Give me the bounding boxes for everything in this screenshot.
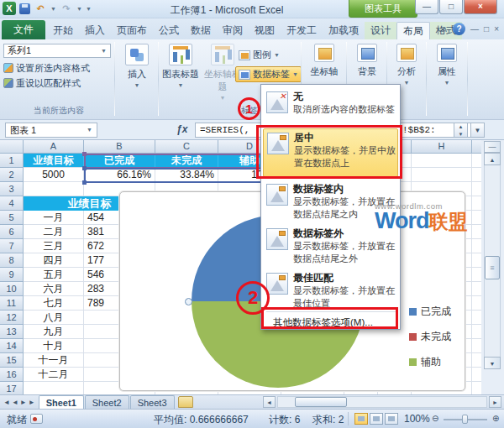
name-box[interactable]: 图表 1 ▼ bbox=[5, 123, 97, 138]
tab-data[interactable]: 数据 bbox=[185, 22, 217, 39]
cell[interactable] bbox=[472, 154, 481, 168]
cell[interactable]: 一月 bbox=[24, 211, 84, 225]
row-header[interactable]: 15 bbox=[0, 353, 24, 368]
vertical-scroll-track[interactable] bbox=[484, 165, 501, 357]
row-header[interactable]: 1 bbox=[0, 154, 24, 168]
legend-item[interactable]: 未完成 bbox=[409, 330, 451, 344]
data-labels-button[interactable]: 数据标签 ▼ bbox=[235, 66, 302, 82]
reset-to-match-style-button[interactable]: 重设以匹配样式 bbox=[3, 76, 81, 90]
formula-bar-spinner[interactable]: ▲▼ bbox=[454, 123, 468, 138]
tab-addins[interactable]: 加载项 bbox=[323, 22, 365, 39]
scroll-left-icon[interactable]: ◄ bbox=[263, 396, 276, 408]
tab-home[interactable]: 开始 bbox=[47, 22, 79, 39]
last-sheet-icon[interactable]: ► bbox=[29, 399, 35, 406]
vertical-scroll-thumb[interactable] bbox=[485, 256, 500, 279]
tab-formulas[interactable]: 公式 bbox=[153, 22, 185, 39]
row-header[interactable]: 10 bbox=[0, 282, 24, 296]
collapse-ribbon-icon[interactable]: ∧ bbox=[442, 23, 448, 35]
cell[interactable] bbox=[472, 182, 481, 196]
zoom-in-icon[interactable]: ⊕ bbox=[492, 415, 499, 423]
cell[interactable]: 四月 bbox=[24, 253, 84, 268]
legend-item[interactable]: 已完成 bbox=[409, 305, 451, 319]
cell[interactable] bbox=[472, 325, 481, 339]
tab-insert[interactable]: 插入 bbox=[79, 22, 111, 39]
chart-title-button[interactable]: 图表标题 ▼ bbox=[161, 44, 200, 88]
zoom-out-icon[interactable]: ⊖ bbox=[432, 415, 438, 423]
tab-developer[interactable]: 开发工 bbox=[281, 22, 323, 39]
sheet-tab-sheet2[interactable]: Sheet2 bbox=[85, 395, 129, 409]
insert-button[interactable]: 插入 ▼ bbox=[119, 44, 155, 88]
tab-file[interactable]: 文件 bbox=[2, 20, 45, 39]
sheet-tab-sheet1[interactable]: Sheet1 bbox=[39, 395, 84, 409]
row-header[interactable]: 6 bbox=[0, 225, 24, 239]
sheet-tab-sheet3[interactable]: Sheet3 bbox=[130, 395, 175, 409]
cell[interactable] bbox=[472, 253, 481, 268]
cell[interactable] bbox=[472, 239, 481, 253]
scroll-up-icon[interactable]: ▲ bbox=[484, 153, 501, 165]
customize-qat-icon[interactable]: ▼ bbox=[86, 6, 92, 12]
tab-review[interactable]: 审阅 bbox=[217, 22, 249, 39]
row-header[interactable]: 13 bbox=[0, 325, 24, 339]
legend-button[interactable]: 图例 ▼ bbox=[236, 48, 282, 62]
cell[interactable] bbox=[472, 382, 481, 394]
cell[interactable]: 三月 bbox=[24, 239, 84, 253]
column-header-a[interactable]: A bbox=[24, 140, 84, 154]
row-header[interactable]: 7 bbox=[0, 239, 24, 253]
row-header[interactable]: 9 bbox=[0, 268, 24, 282]
vertical-scrollbar[interactable]: — ▲ ▼ bbox=[483, 141, 501, 394]
row-header[interactable]: 3 bbox=[0, 182, 24, 196]
cell[interactable] bbox=[472, 168, 481, 182]
cell[interactable] bbox=[472, 225, 481, 239]
cell[interactable] bbox=[472, 353, 481, 368]
scroll-right-icon[interactable]: ► bbox=[489, 396, 501, 408]
column-header-c[interactable]: C bbox=[155, 140, 218, 154]
save-icon[interactable] bbox=[19, 3, 30, 14]
doc-close-icon[interactable]: × bbox=[494, 23, 499, 35]
expand-formula-bar-icon[interactable]: ▼ bbox=[470, 123, 485, 138]
row-header[interactable]: 5 bbox=[0, 211, 24, 225]
zoom-slider-thumb[interactable] bbox=[462, 415, 468, 424]
column-header-b[interactable]: B bbox=[84, 140, 155, 154]
page-break-view-icon[interactable] bbox=[385, 413, 398, 425]
axes-button[interactable]: 坐标轴 bbox=[304, 44, 344, 78]
macro-record-icon[interactable] bbox=[30, 414, 43, 424]
row-header[interactable]: 4 bbox=[0, 196, 24, 211]
tab-page-layout[interactable]: 页面布 bbox=[111, 22, 153, 39]
cell[interactable] bbox=[472, 268, 481, 282]
cell[interactable] bbox=[472, 282, 481, 296]
cell[interactable] bbox=[472, 339, 481, 353]
zoom-level[interactable]: 100% bbox=[404, 413, 430, 425]
series-selection-handle[interactable] bbox=[185, 298, 192, 305]
tab-design[interactable]: 设计 bbox=[365, 22, 396, 39]
row-header[interactable]: 16 bbox=[0, 368, 24, 382]
split-handle[interactable]: — bbox=[484, 141, 501, 153]
undo-icon[interactable]: ↶ bbox=[34, 2, 47, 15]
redo-icon[interactable]: ↷ bbox=[60, 2, 73, 15]
redo-dropdown-icon[interactable]: ▼ bbox=[76, 6, 82, 12]
cell[interactable] bbox=[472, 368, 481, 382]
row-header[interactable]: 11 bbox=[0, 296, 24, 311]
properties-button[interactable]: 属性 ▼ bbox=[429, 44, 465, 86]
cell[interactable] bbox=[24, 182, 84, 196]
menu-item-best-fit[interactable]: 最佳匹配 显示数据标签，并放置在最佳位置 bbox=[263, 269, 398, 308]
first-sheet-icon[interactable]: ◄ bbox=[3, 399, 10, 406]
cell[interactable]: 十二月 bbox=[24, 368, 84, 382]
background-button[interactable]: 背景 bbox=[349, 44, 385, 78]
row-header[interactable]: 14 bbox=[0, 339, 24, 353]
doc-minimize-icon[interactable]: — bbox=[470, 23, 479, 35]
menu-item-none[interactable]: ✕ 无 取消所选内容的数据标签 bbox=[263, 88, 398, 127]
cell[interactable]: 十月 bbox=[24, 339, 84, 353]
horizontal-scrollbar[interactable] bbox=[277, 396, 487, 408]
help-icon[interactable]: ? bbox=[453, 23, 465, 35]
cell[interactable]: 九月 bbox=[24, 325, 84, 339]
cell[interactable]: 二月 bbox=[24, 225, 84, 239]
cell[interactable] bbox=[412, 154, 472, 168]
close-button[interactable]: × bbox=[464, 0, 497, 14]
chart-element-selector[interactable]: 系列1 ▼ bbox=[3, 44, 111, 58]
cell[interactable] bbox=[24, 382, 84, 394]
format-selection-button[interactable]: 设置所选内容格式 bbox=[3, 61, 90, 75]
cell[interactable] bbox=[472, 311, 481, 325]
cell[interactable] bbox=[412, 168, 472, 182]
cell[interactable]: 五月 bbox=[24, 268, 84, 282]
cell[interactable]: 八月 bbox=[24, 311, 84, 325]
